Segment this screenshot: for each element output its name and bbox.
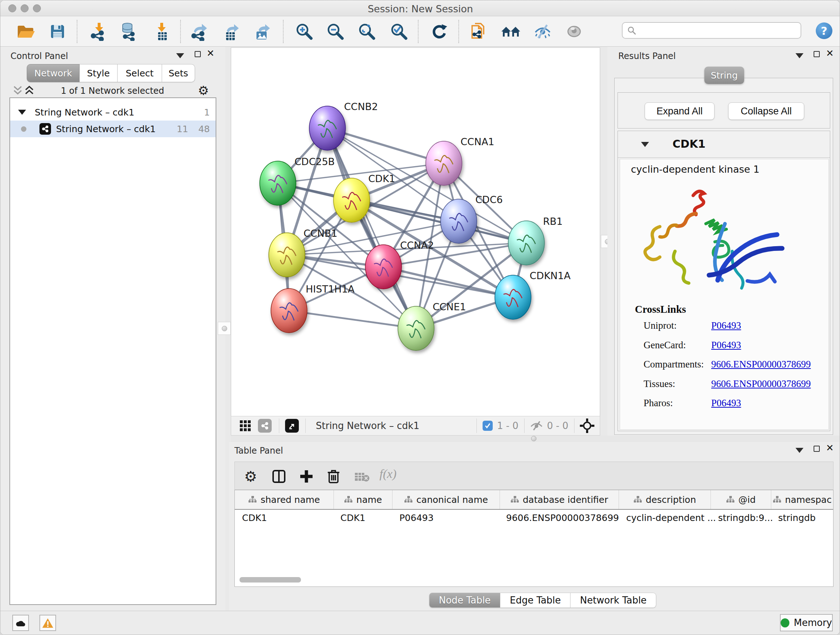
- network-node-ccne1[interactable]: CCNE1: [398, 301, 466, 350]
- cloud-status-button[interactable]: [12, 615, 29, 631]
- collection-expander-icon[interactable]: [18, 110, 26, 115]
- column-header[interactable]: database identifier: [500, 490, 619, 509]
- close-panel-icon[interactable]: ✕: [207, 50, 215, 57]
- node-sphere[interactable]: [309, 106, 346, 150]
- crosslink-link[interactable]: P06493: [711, 397, 741, 409]
- hide-selected-button[interactable]: [532, 21, 553, 42]
- column-header[interactable]: description: [619, 490, 711, 509]
- tab-sets[interactable]: Sets: [162, 64, 195, 82]
- crosslink-link[interactable]: P06493: [711, 340, 741, 351]
- float-panel-icon[interactable]: [813, 51, 820, 57]
- network-edge[interactable]: [289, 310, 416, 328]
- network-node-cdkn1a[interactable]: CDKN1A: [495, 270, 571, 319]
- show-all-button[interactable]: [564, 21, 584, 42]
- gene-expander-icon[interactable]: [641, 142, 649, 147]
- node-sphere[interactable]: [426, 141, 462, 185]
- crosslink-link[interactable]: 9606.ENSP00000378699: [711, 359, 811, 370]
- node-table: shared name name canonical name database…: [234, 490, 834, 587]
- network-from-file-button[interactable]: [469, 21, 489, 42]
- import-network-from-file-button[interactable]: [88, 21, 109, 42]
- memory-button[interactable]: Memory: [780, 614, 833, 631]
- table-options-gear-icon[interactable]: ⚙: [244, 469, 257, 484]
- zoom-selected-button[interactable]: [389, 21, 409, 42]
- column-header[interactable]: canonical name: [393, 490, 500, 509]
- collapse-all-button[interactable]: Collapse All: [728, 103, 804, 120]
- tab-network-table[interactable]: Network Table: [570, 593, 656, 608]
- column-header[interactable]: @id: [711, 490, 771, 509]
- tab-string[interactable]: String: [704, 67, 744, 84]
- add-column-icon[interactable]: [298, 469, 314, 485]
- gene-section-header[interactable]: CDK1: [618, 131, 830, 158]
- network-row-selected[interactable]: String Network – cdk1 11 48: [10, 120, 216, 137]
- import-table-from-file-button[interactable]: [152, 21, 172, 42]
- search-input[interactable]: [640, 25, 796, 36]
- detach-view-icon[interactable]: [285, 419, 299, 432]
- node-sphere[interactable]: [269, 233, 305, 277]
- crosslink-link[interactable]: P06493: [711, 320, 741, 331]
- home-networks-button[interactable]: [501, 21, 521, 42]
- delete-column-trash-icon[interactable]: [325, 468, 342, 485]
- collapse-panel-icon[interactable]: [796, 53, 804, 58]
- node-sphere[interactable]: [495, 275, 531, 319]
- node-sphere[interactable]: [365, 245, 401, 289]
- network-label: String Network – cdk1: [56, 124, 156, 134]
- close-panel-icon[interactable]: ✕: [826, 444, 834, 451]
- zoom-out-button[interactable]: [325, 21, 346, 42]
- collection-label: String Network – cdk1: [35, 107, 134, 118]
- save-session-button[interactable]: [47, 21, 68, 42]
- show-columns-icon[interactable]: [271, 469, 287, 485]
- node-sphere[interactable]: [398, 306, 434, 350]
- column-header[interactable]: shared name: [235, 490, 334, 509]
- network-options-gear-icon[interactable]: ⚙: [198, 84, 209, 97]
- network-node-ccnb2[interactable]: CCNB2: [309, 101, 378, 150]
- import-network-from-database-button[interactable]: [118, 21, 139, 42]
- collapse-panel-icon[interactable]: [176, 53, 184, 58]
- network-view-share-icon[interactable]: [258, 419, 272, 432]
- network-canvas[interactable]: CCNB2CCNA1CDC25BCDK1CDC6RB1CCNB1CCNA2CDK…: [231, 48, 600, 416]
- node-sphere[interactable]: [508, 221, 545, 265]
- column-header[interactable]: name: [334, 490, 393, 509]
- tab-style[interactable]: Style: [80, 64, 118, 82]
- float-panel-icon[interactable]: [813, 446, 820, 452]
- network-edge[interactable]: [327, 128, 416, 328]
- export-table-button[interactable]: [221, 21, 241, 42]
- expand-all-networks-icon[interactable]: [13, 85, 23, 96]
- crosslink-link[interactable]: 9606.ENSP00000378699: [711, 378, 811, 390]
- tab-select[interactable]: Select: [118, 64, 162, 82]
- help-button[interactable]: ?: [816, 22, 832, 39]
- network-node-rb1[interactable]: RB1: [508, 216, 562, 265]
- export-network-button[interactable]: [189, 21, 209, 42]
- expand-all-button[interactable]: Expand All: [645, 103, 714, 120]
- node-sphere[interactable]: [441, 199, 477, 243]
- node-label: CDKN1A: [530, 270, 571, 281]
- left-splitter-handle[interactable]: [218, 322, 231, 335]
- network-collection-row[interactable]: String Network – cdk1 1: [10, 104, 216, 120]
- open-session-button[interactable]: [16, 21, 36, 42]
- column-header[interactable]: namespac: [771, 490, 833, 509]
- tab-network[interactable]: Network: [27, 64, 80, 82]
- node-sphere[interactable]: [260, 161, 296, 205]
- network-node-hist1h1a[interactable]: HIST1H1A: [271, 283, 355, 333]
- export-image-button[interactable]: [252, 21, 272, 42]
- selected-checkbox-icon[interactable]: [483, 421, 493, 431]
- search-field[interactable]: [622, 22, 801, 39]
- zoom-fit-button[interactable]: [357, 21, 377, 42]
- node-sphere[interactable]: [271, 288, 307, 333]
- grid-view-icon[interactable]: [239, 420, 251, 432]
- node-sphere[interactable]: [333, 178, 370, 222]
- birds-eye-view-icon[interactable]: [579, 418, 595, 433]
- float-panel-icon[interactable]: [195, 51, 201, 57]
- gene-name: CDK1: [673, 138, 706, 150]
- horizontal-splitter[interactable]: [231, 435, 840, 442]
- table-horizontal-scrollbar[interactable]: [240, 577, 301, 583]
- collapse-panel-icon[interactable]: [796, 448, 804, 453]
- close-panel-icon[interactable]: ✕: [826, 50, 834, 57]
- zoom-in-button[interactable]: [294, 21, 314, 42]
- tab-edge-table[interactable]: Edge Table: [500, 593, 570, 608]
- tab-node-table[interactable]: Node Table: [429, 593, 500, 608]
- refresh-layout-button[interactable]: [429, 21, 449, 42]
- collapse-all-networks-icon[interactable]: [24, 85, 34, 96]
- table-tabs: Node Table Edge Table Network Table: [429, 593, 656, 608]
- warnings-button[interactable]: [39, 615, 56, 631]
- export-network-icon: [189, 22, 208, 41]
